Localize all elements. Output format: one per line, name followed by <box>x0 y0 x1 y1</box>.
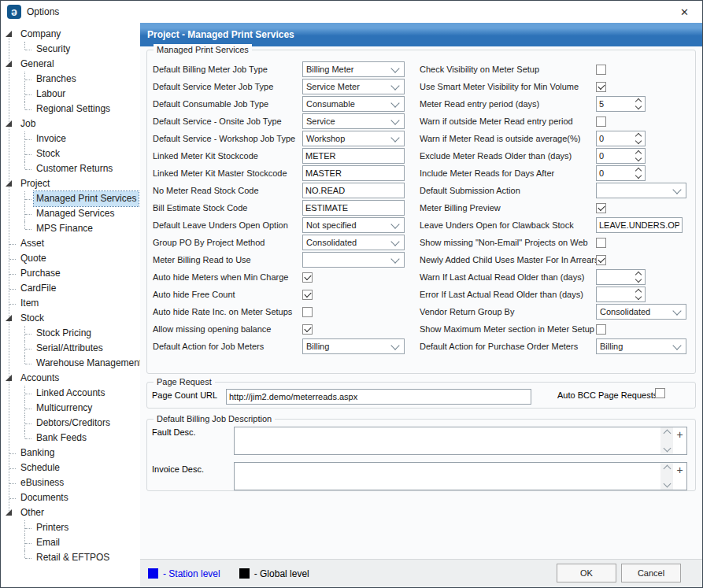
sidebar-item-quote[interactable]: Quote <box>1 251 140 266</box>
scroll-down-icon[interactable] <box>663 445 671 453</box>
fault-desc-add-button[interactable]: + <box>673 427 686 454</box>
linked-meter-kit-master-stockcode-input[interactable] <box>302 165 405 181</box>
default-consumable-job-type-select[interactable]: Consumable <box>302 96 405 112</box>
meter-read-entry-period-days-spinner[interactable]: 5 <box>596 96 646 112</box>
spin-buttons[interactable] <box>632 97 645 111</box>
auto-hide-free-count-checkbox[interactable] <box>302 290 313 300</box>
tree-expander-icon[interactable] <box>6 61 12 67</box>
sidebar-item-stock[interactable]: Stock <box>1 146 140 161</box>
auto-bcc-page-requests-checkbox[interactable] <box>655 388 665 398</box>
leave-unders-open-for-clawback-stock-input[interactable] <box>596 217 683 233</box>
warn-if-last-actual-read-older-than-days-spinner[interactable] <box>596 269 646 285</box>
sidebar-item-job[interactable]: Job <box>1 116 140 131</box>
sidebar-item-project[interactable]: Project <box>1 176 140 191</box>
invoice-desc-add-button[interactable]: + <box>673 463 686 490</box>
spinner-down-icon[interactable] <box>635 276 642 283</box>
default-leave-unders-open-option-select[interactable]: Not specified <box>302 217 405 233</box>
sidebar-item-customer-returns[interactable]: Customer Returns <box>1 161 140 176</box>
default-service-workshop-job-type-select[interactable]: Workshop <box>302 131 405 146</box>
auto-hide-meters-when-min-charge-checkbox[interactable] <box>302 272 313 283</box>
spin-buttons[interactable] <box>632 131 645 146</box>
meter-billing-preview-checkbox[interactable] <box>596 203 606 213</box>
spinner-down-icon[interactable] <box>635 294 642 300</box>
sidebar-item-multicurrency[interactable]: Multicurrency <box>1 401 140 416</box>
sidebar-item-debtors-creditors[interactable]: Debtors/Creditors <box>1 416 140 431</box>
sidebar-item-stock[interactable]: Stock <box>1 311 140 326</box>
sidebar-item-company[interactable]: Company <box>1 27 140 42</box>
spin-buttons[interactable] <box>632 270 645 284</box>
spin-buttons[interactable] <box>632 149 645 163</box>
sidebar-item-managed-services[interactable]: Managed Services <box>1 206 140 221</box>
show-maximum-meter-section-in-meter-setup-checkbox[interactable] <box>596 324 606 335</box>
sidebar-item-bank-feeds[interactable]: Bank Feeds <box>1 431 140 446</box>
sidebar-item-accounts[interactable]: Accounts <box>1 371 140 386</box>
sidebar-item-asset[interactable]: Asset <box>1 236 140 251</box>
no-meter-read-stock-code-input[interactable] <box>302 183 405 198</box>
vendor-return-group-by-select[interactable]: Consolidated <box>596 304 686 320</box>
warn-if-meter-read-is-outside-average-spinner[interactable]: 0 <box>596 131 646 146</box>
spinner-down-icon[interactable] <box>635 138 642 144</box>
exclude-meter-reads-older-than-days-spinner[interactable]: 0 <box>596 148 646 164</box>
meter-billing-read-to-use-select[interactable] <box>302 252 405 268</box>
default-action-for-job-meters-select[interactable]: Billing <box>302 338 405 354</box>
tree-expander-icon[interactable] <box>6 180 12 187</box>
sidebar-item-retail-eftpos[interactable]: Retail & EFTPOS <box>1 550 140 565</box>
fault-desc-field[interactable]: + <box>234 427 687 455</box>
sidebar-item-branches[interactable]: Branches <box>1 72 140 87</box>
spinner-down-icon[interactable] <box>635 155 642 161</box>
use-smart-meter-visibility-for-min-volume-checkbox[interactable] <box>596 82 606 92</box>
sidebar-item-labour[interactable]: Labour <box>1 87 140 102</box>
sidebar-item-general[interactable]: General <box>1 57 140 72</box>
ok-button[interactable]: OK <box>557 564 616 582</box>
sidebar-item-email[interactable]: Email <box>1 535 140 550</box>
sidebar-item-schedule[interactable]: Schedule <box>1 460 140 475</box>
sidebar-item-stock-pricing[interactable]: Stock Pricing <box>1 326 140 341</box>
sidebar-item-linked-accounts[interactable]: Linked Accounts <box>1 386 140 401</box>
page-count-url-input[interactable] <box>226 389 531 405</box>
sidebar-item-cardfile[interactable]: CardFile <box>1 281 140 296</box>
close-button[interactable]: ✕ <box>667 1 702 23</box>
warn-if-outside-meter-read-entry-period-checkbox[interactable] <box>596 116 606 127</box>
tree-expander-icon[interactable] <box>6 509 12 516</box>
default-submission-action-select[interactable] <box>596 183 686 198</box>
sidebar-item-warehouse-management[interactable]: Warehouse Management <box>1 356 140 371</box>
sidebar-item-banking[interactable]: Banking <box>1 446 140 460</box>
tree-expander-icon[interactable] <box>6 31 12 37</box>
default-service-onsite-job-type-select[interactable]: Service <box>302 113 405 129</box>
group-po-by-project-method-select[interactable]: Consolidated <box>302 235 405 250</box>
spinner-down-icon[interactable] <box>635 103 642 109</box>
error-if-last-actual-read-older-than-days-spinner[interactable] <box>596 287 646 302</box>
sidebar-item-other[interactable]: Other <box>1 505 140 520</box>
sidebar-item-mps-finance[interactable]: MPS Finance <box>1 221 140 236</box>
sidebar-item-regional-settings[interactable]: Regional Settings <box>1 102 140 116</box>
cancel-button[interactable]: Cancel <box>621 564 681 582</box>
newly-added-child-uses-master-for-in-arrears-checkbox[interactable] <box>596 255 606 265</box>
allow-missing-opening-balance-checkbox[interactable] <box>302 324 313 335</box>
fault-desc-scrollbar[interactable] <box>660 427 673 454</box>
spin-buttons[interactable] <box>632 166 645 180</box>
sidebar-item-printers[interactable]: Printers <box>1 520 140 535</box>
linked-meter-kit-stockcode-input[interactable] <box>302 148 405 164</box>
sidebar-item-documents[interactable]: Documents <box>1 490 140 505</box>
show-missing-non-email-projects-on-web-checkbox[interactable] <box>596 238 606 248</box>
invoice-desc-field[interactable]: + <box>234 462 687 490</box>
sidebar-item-invoice[interactable]: Invoice <box>1 131 140 146</box>
sidebar-item-managed-print-services[interactable]: Managed Print Services <box>1 191 140 206</box>
tree-expander-icon[interactable] <box>6 315 12 321</box>
sidebar-item-ebusiness[interactable]: eBusiness <box>1 475 140 490</box>
spinner-down-icon[interactable] <box>635 172 642 179</box>
fault-desc-text[interactable] <box>235 427 660 454</box>
scroll-up-icon[interactable] <box>663 465 671 473</box>
sidebar-item-serial-attributes[interactable]: Serial/Attributes <box>1 341 140 356</box>
spin-buttons[interactable] <box>632 287 645 301</box>
default-service-meter-job-type-select[interactable]: Service Meter <box>302 79 405 94</box>
include-meter-reads-for-days-after-spinner[interactable]: 0 <box>596 165 646 181</box>
invoice-desc-text[interactable] <box>235 463 660 490</box>
invoice-desc-scrollbar[interactable] <box>660 463 673 490</box>
bill-estimate-stock-code-input[interactable] <box>302 200 405 216</box>
check-visibility-on-meter-setup-checkbox[interactable] <box>596 65 606 75</box>
scroll-down-icon[interactable] <box>663 480 671 488</box>
sidebar-item-item[interactable]: Item <box>1 296 140 311</box>
default-action-for-purchase-order-meters-select[interactable]: Billing <box>596 338 686 354</box>
tree-expander-icon[interactable] <box>6 375 12 381</box>
